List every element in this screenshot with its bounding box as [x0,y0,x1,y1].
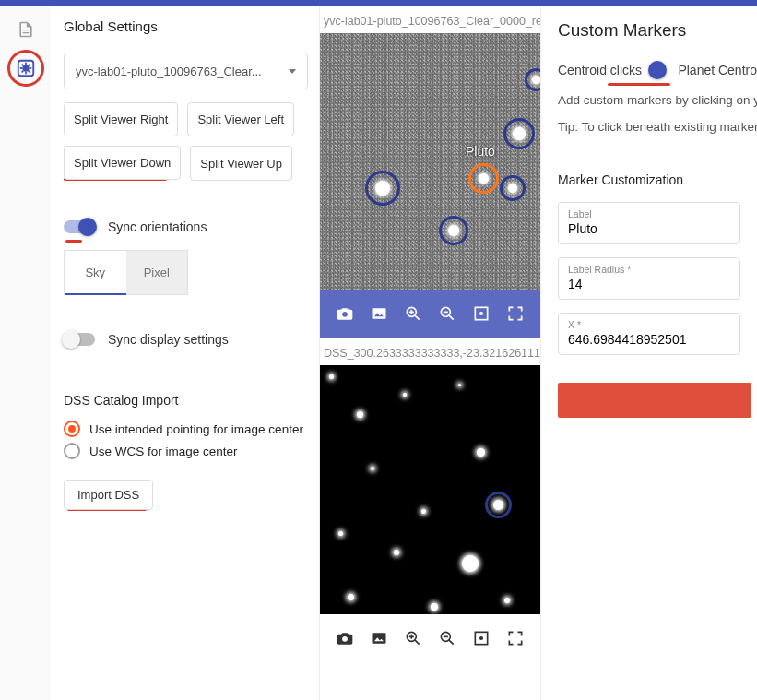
label-field[interactable]: Label [558,202,740,244]
zoom-in-icon[interactable] [402,303,424,325]
apply-marker-button[interactable] [558,383,751,418]
zoom-out-icon[interactable] [436,627,458,649]
split-viewer-down-button[interactable]: Split Viewer Down [64,146,181,180]
tab-sky[interactable]: Sky [65,251,126,294]
hint-line2: Tip: To click beneath existing markers h [558,120,757,134]
svg-point-7 [480,313,483,315]
zoom-out-icon[interactable] [436,303,458,325]
fullscreen-icon[interactable] [504,303,526,325]
marker-label-pluto: Pluto [466,144,495,159]
label-radius-input[interactable] [568,277,730,291]
custom-markers-title: Custom Markers [558,20,757,41]
svg-rect-9 [372,633,385,644]
x-field[interactable]: X * [558,313,740,355]
image-select[interactable]: yvc-lab01-pluto_10096763_Clear... [64,53,308,89]
dss-option-label: Use intended pointing for image center [89,422,303,436]
dss-title: DSS Catalog Import [64,393,308,408]
label-input[interactable] [568,221,730,236]
field-label: X * [568,319,730,330]
centroid-clicks-toggle[interactable] [655,64,665,77]
viewer1-image[interactable]: Pluto [320,33,540,290]
image-icon[interactable] [368,627,390,649]
sync-orientations-label: Sync orientations [108,219,207,234]
centroid-clicks-label: Centroid clicks [558,63,642,77]
field-label: Label [568,208,730,219]
image-icon[interactable] [368,303,390,325]
marker-customization-title: Marker Customization [558,172,757,187]
viewer2-toolbar [320,614,540,662]
sync-display-label: Sync display settings [108,332,229,347]
icon-rail [0,6,51,700]
center-panel: yvc-lab01-pluto_10096763_Clear_0000_red … [320,6,541,700]
field-label: Label Radius * [568,264,730,275]
viewer2-title: DSS_300.2633333333333,-23.3216261111 [320,338,540,365]
orientation-tabs: Sky Pixel [64,250,188,295]
import-dss-button[interactable]: Import DSS [64,480,153,510]
annotation-underline [608,83,670,86]
x-input[interactable] [568,332,730,347]
fullscreen-icon[interactable] [504,627,526,649]
svg-rect-3 [372,308,385,319]
left-panel: Global Settings yvc-lab01-pluto_10096763… [51,6,320,700]
chevron-down-icon [289,69,296,74]
sync-orientations-toggle[interactable] [64,220,95,233]
settings-badge-icon[interactable] [15,57,37,79]
planet-centroid-label: Planet Centro [678,63,757,77]
hint-line1: Add custom markers by clicking on you [558,93,757,107]
camera-icon[interactable] [334,627,356,649]
tab-pixel[interactable]: Pixel [126,251,188,294]
dss-option-intended[interactable]: Use intended pointing for image center [64,421,308,437]
viewer1-title: yvc-lab01-pluto_10096763_Clear_0000_red [320,6,540,33]
split-viewer-up-button[interactable]: Split Viewer Up [190,146,292,181]
radio-icon [64,421,80,437]
image-select-value: yvc-lab01-pluto_10096763_Clear... [76,65,262,78]
dss-option-wcs[interactable]: Use WCS for image center [64,443,308,459]
svg-point-1 [23,65,29,71]
svg-point-2 [342,312,348,317]
viewer2-image[interactable] [320,365,540,614]
viewer1-toolbar [320,290,540,338]
fit-icon[interactable] [470,303,492,325]
annotation-underline [65,240,82,243]
svg-point-13 [480,637,483,640]
right-panel: Custom Markers Centroid clicks Planet Ce… [541,6,757,700]
document-icon[interactable] [15,18,37,41]
sync-display-toggle[interactable] [64,333,95,346]
zoom-in-icon[interactable] [402,627,424,649]
split-viewer-right-button[interactable]: Split Viewer Right [64,102,178,136]
fit-icon[interactable] [470,627,492,649]
split-viewer-left-button[interactable]: Split Viewer Left [187,102,294,136]
radio-icon [64,443,80,459]
global-settings-title: Global Settings [64,18,308,34]
svg-point-8 [342,636,348,642]
label-radius-field[interactable]: Label Radius * [558,257,740,300]
dss-option-label: Use WCS for image center [89,445,238,458]
camera-icon[interactable] [334,303,356,325]
